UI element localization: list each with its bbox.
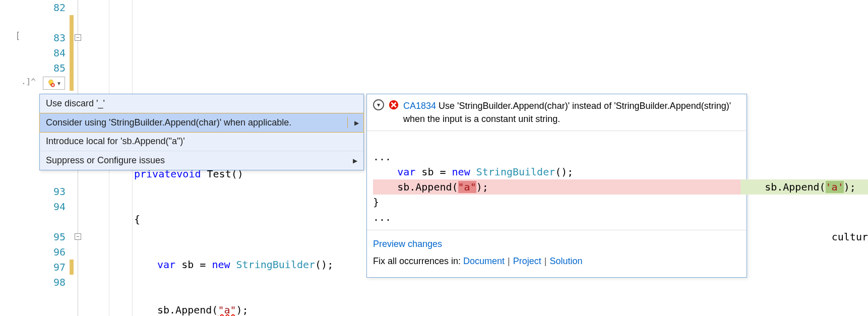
brace: } — [373, 196, 379, 208]
chevron-right-icon: ▶ — [350, 119, 359, 127]
diff-added-token: 'a' — [826, 181, 844, 193]
diff-preview: ... var sb = new StringBuilder(); sb.App… — [367, 131, 747, 230]
margin-glyph: .]^ — [21, 77, 36, 86]
separator: | — [541, 256, 550, 266]
quick-action-item[interactable]: Suppress or Configure issues ▶ — [40, 151, 363, 170]
error-icon — [388, 99, 399, 110]
change-marker — [70, 15, 74, 91]
code-line[interactable]: sb.Append("a"); — [86, 302, 868, 316]
line-number: 93 — [39, 184, 66, 199]
diff-added-line: sb.Append('a'); — [740, 179, 868, 195]
type-name: StringBuilder — [470, 166, 555, 178]
fold-toggle[interactable]: − — [75, 233, 81, 240]
preview-header: ▾ CA1834 Use 'StringBuilder.Append(char)… — [367, 94, 747, 131]
line-number: 85 — [39, 60, 66, 76]
string-literal: "a" — [218, 302, 236, 316]
ellipsis: ... — [373, 211, 391, 223]
code-line[interactable] — [86, 76, 868, 91]
codelens-spacer — [39, 15, 66, 30]
diagnostic-message: CA1834 Use 'StringBuilder.Append(char)' … — [403, 99, 740, 125]
code-text: (); — [555, 166, 573, 178]
type-name: StringBuilder — [230, 257, 316, 272]
code-text: ); — [236, 302, 249, 316]
submenu-expand[interactable]: ▶ — [347, 117, 361, 128]
preview-footer: Preview changes Fix all occurrences in: … — [367, 230, 747, 277]
keyword: new — [452, 166, 470, 178]
lightbulb-icon — [46, 79, 55, 88]
line-number: 84 — [39, 45, 66, 60]
code-text: sb = — [175, 257, 212, 272]
line-number: 95 — [39, 229, 66, 244]
code-text: sb = — [415, 166, 452, 178]
fix-scope-project[interactable]: Project — [513, 256, 541, 266]
diff-removed-line: sb.Append("a"); — [373, 179, 740, 195]
fold-toggle[interactable]: − — [75, 34, 81, 41]
separator: | — [505, 256, 513, 266]
codelens-spacer — [39, 214, 66, 229]
quick-action-item[interactable]: Use discard '_' — [40, 94, 363, 113]
qa-label: Use discard '_' — [46, 98, 105, 109]
qa-label: Suppress or Configure issues — [46, 155, 165, 166]
lightbulb-quick-action[interactable]: ▼ — [43, 77, 65, 90]
preview-changes-link[interactable]: Preview changes — [373, 239, 442, 249]
rule-id-link[interactable]: CA1834 — [403, 101, 436, 111]
rule-text: Use 'StringBuilder.Append(char)' instead… — [403, 101, 731, 124]
code-text: sb.Append( — [157, 302, 218, 316]
quick-actions-menu: Use discard '_' Consider using 'StringBu… — [39, 94, 364, 170]
line-number: 82 — [39, 0, 66, 15]
chevron-right-icon: ▶ — [349, 157, 357, 164]
quick-action-item-selected[interactable]: Consider using 'StringBuilder.Append(cha… — [39, 113, 364, 133]
clipped-text: cultur — [832, 229, 868, 244]
scope-bracket: [ — [15, 30, 21, 41]
diff-removed-token: "a" — [458, 181, 476, 193]
line-number: 96 — [39, 244, 66, 260]
qa-label: Introduce local for 'sb.Append("a")' — [46, 136, 185, 147]
outer-margin: [ .]^ — [0, 0, 39, 316]
line-number: 94 — [39, 199, 66, 214]
keyword: var — [157, 257, 175, 272]
quick-action-item[interactable]: Introduce local for 'sb.Append("a")' — [40, 132, 363, 151]
fix-preview-panel: ▾ CA1834 Use 'StringBuilder.Append(char)… — [366, 94, 747, 278]
line-number: 97 — [39, 260, 66, 275]
keyword: new — [212, 257, 230, 272]
collapse-toggle[interactable]: ▾ — [373, 99, 384, 110]
line-number: 98 — [39, 275, 66, 290]
qa-label: Consider using 'StringBuilder.Append(cha… — [46, 117, 291, 128]
code-text: (); — [315, 257, 333, 272]
chevron-down-icon: ▼ — [56, 81, 61, 86]
line-number: 83 — [39, 30, 66, 45]
ellipsis: ... — [373, 151, 391, 163]
fix-scope-solution[interactable]: Solution — [550, 256, 583, 266]
fix-all-label: Fix all occurrences in: — [373, 256, 463, 266]
brace: { — [134, 212, 140, 227]
change-marker — [70, 260, 74, 275]
fix-scope-document[interactable]: Document — [463, 256, 505, 266]
keyword: var — [397, 166, 415, 178]
